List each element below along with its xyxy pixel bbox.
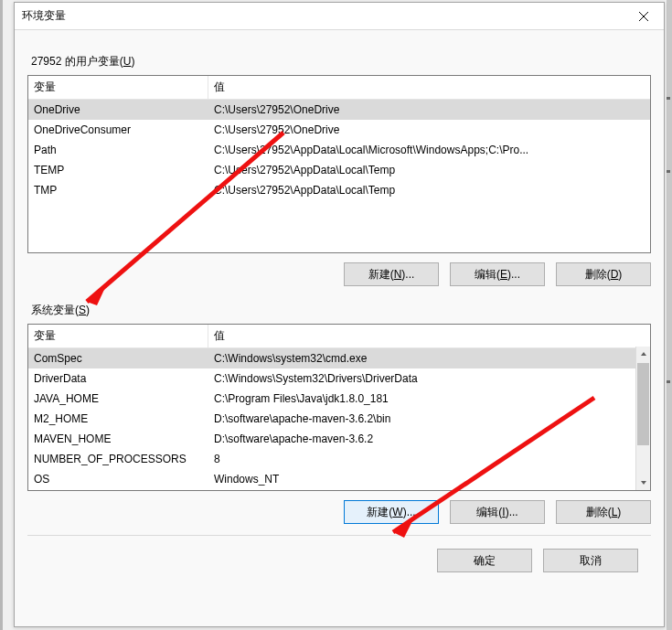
table-row[interactable]: NUMBER_OF_PROCESSORS8	[28, 449, 650, 469]
cell-val: D:\software\apache-maven-3.6.2\bin	[208, 411, 650, 427]
cell-val: C:\Windows\system32\cmd.exe	[208, 350, 650, 367]
scroll-mark	[667, 97, 670, 100]
cell-var: MAVEN_HOME	[28, 431, 208, 447]
cell-var: Path	[28, 142, 208, 158]
cell-var: OneDriveConsumer	[28, 122, 208, 138]
svg-marker-3	[641, 481, 646, 485]
table-row[interactable]: M2_HOMED:\software\apache-maven-3.6.2\bi…	[28, 409, 650, 429]
dialog-footer: 确定 取消	[27, 535, 651, 572]
dialog-titlebar: 环境变量	[15, 3, 664, 30]
table-row[interactable]: TEMPC:\Users\27952\AppData\Local\Temp	[28, 160, 650, 180]
scrollbar-thumb[interactable]	[637, 363, 649, 445]
cell-val: Windows_NT	[208, 471, 650, 487]
scroll-mark	[667, 170, 670, 173]
window-edge-left	[0, 0, 3, 630]
column-header-val[interactable]: 值	[208, 76, 650, 99]
cell-val: C:\Program Files\Java\jdk1.8.0_181	[208, 390, 650, 407]
label-text: 27952 的用户变量(	[31, 55, 123, 68]
table-row[interactable]: OneDriveC:\Users\27952\OneDrive	[28, 100, 650, 120]
scrollbar[interactable]	[635, 347, 650, 490]
column-header-val[interactable]: 值	[208, 325, 650, 347]
table-row[interactable]: DriverDataC:\Windows\System32\Drivers\Dr…	[28, 368, 650, 389]
close-icon	[639, 12, 648, 21]
env-vars-dialog: 环境变量 27952 的用户变量(U) 变量 值 OneDriveC:\User…	[14, 2, 665, 627]
user-new-button[interactable]: 新建(N)...	[344, 262, 439, 286]
list-rows: OneDriveC:\Users\27952\OneDriveOneDriveC…	[28, 100, 650, 253]
column-header-var[interactable]: 变量	[28, 325, 208, 347]
list-rows: ComSpecC:\Windows\system32\cmd.exeDriver…	[28, 348, 650, 491]
system-vars-label: 系统变量(S)	[31, 303, 651, 318]
table-row[interactable]: PathC:\Users\27952\AppData\Local\Microso…	[28, 140, 650, 160]
system-edit-button[interactable]: 编辑(I)...	[450, 500, 545, 524]
scrollbar-up-icon[interactable]	[636, 347, 650, 361]
table-row[interactable]: TMPC:\Users\27952\AppData\Local\Temp	[28, 180, 650, 200]
close-button[interactable]	[624, 3, 664, 30]
scrollbar-down-icon[interactable]	[636, 475, 650, 490]
table-row[interactable]: ComSpecC:\Windows\system32\cmd.exe	[28, 348, 650, 368]
list-header: 变量 值	[28, 325, 650, 348]
cell-var: NUMBER_OF_PROCESSORS	[28, 451, 208, 467]
dialog-body: 27952 的用户变量(U) 变量 值 OneDriveC:\Users\279…	[15, 30, 664, 585]
label-text: )	[131, 55, 134, 68]
table-row[interactable]: JAVA_HOMEC:\Program Files\Java\jdk1.8.0_…	[28, 389, 650, 409]
user-edit-button[interactable]: 编辑(E)...	[450, 262, 545, 286]
cell-var: OS	[28, 471, 208, 487]
column-header-var[interactable]: 变量	[28, 76, 208, 99]
cell-val: C:\Users\27952\AppData\Local\Temp	[208, 162, 650, 178]
cell-var: OneDrive	[28, 101, 208, 118]
user-vars-list[interactable]: 变量 值 OneDriveC:\Users\27952\OneDriveOneD…	[27, 75, 651, 253]
system-delete-button[interactable]: 删除(L)	[556, 500, 651, 524]
cell-var: TMP	[28, 182, 208, 198]
cell-var: ComSpec	[28, 350, 208, 367]
table-row[interactable]: OSWindows_NT	[28, 469, 650, 489]
list-header: 变量 值	[28, 76, 650, 100]
cell-var: TEMP	[28, 162, 208, 178]
label-accelerator: S	[79, 304, 86, 316]
cell-var: M2_HOME	[28, 411, 208, 427]
user-buttons-row: 新建(N)... 编辑(E)... 删除(D)	[27, 262, 651, 286]
cell-val: 8	[208, 451, 650, 467]
cell-val: C:\Users\27952\AppData\Local\Temp	[208, 182, 650, 198]
system-new-button[interactable]: 新建(W)...	[344, 500, 439, 524]
user-vars-label: 27952 的用户变量(U)	[31, 54, 651, 69]
table-row[interactable]: MAVEN_HOMED:\software\apache-maven-3.6.2	[28, 429, 650, 449]
table-row[interactable]: OneDriveConsumerC:\Users\27952\OneDrive	[28, 120, 650, 140]
system-vars-list[interactable]: 变量 值 ComSpecC:\Windows\system32\cmd.exeD…	[27, 324, 651, 491]
scroll-mark	[667, 380, 670, 383]
label-text: 系统变量(	[31, 304, 79, 316]
user-delete-button[interactable]: 删除(D)	[556, 262, 651, 286]
window-edge-right	[667, 0, 672, 630]
cell-val: C:\Users\27952\OneDrive	[208, 122, 650, 138]
ok-button[interactable]: 确定	[437, 549, 532, 572]
cell-var: DriverData	[28, 370, 208, 387]
cell-val: C:\Users\27952\AppData\Local\Microsoft\W…	[208, 142, 650, 158]
system-buttons-row: 新建(W)... 编辑(I)... 删除(L)	[27, 500, 651, 524]
cell-val: C:\Windows\System32\Drivers\DriverData	[208, 370, 650, 387]
label-text: )	[86, 304, 90, 316]
cell-val: D:\software\apache-maven-3.6.2	[208, 431, 650, 447]
svg-marker-2	[641, 352, 646, 356]
dialog-title: 环境变量	[22, 8, 624, 24]
cell-val: C:\Users\27952\OneDrive	[208, 101, 650, 118]
cell-var: JAVA_HOME	[28, 390, 208, 407]
cancel-button[interactable]: 取消	[543, 549, 638, 572]
